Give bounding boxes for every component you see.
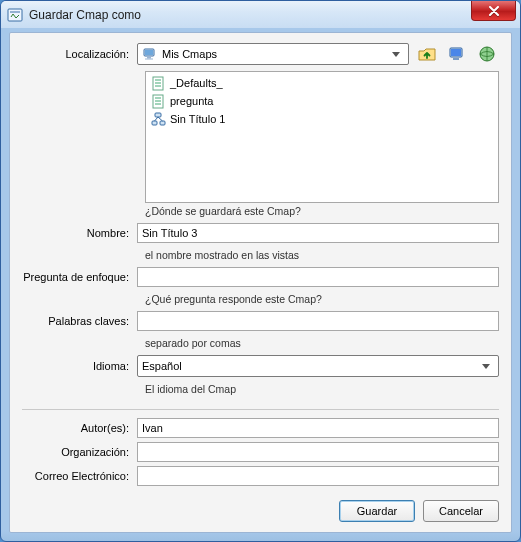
location-label: Localización: — [22, 48, 137, 60]
svg-rect-5 — [145, 59, 153, 60]
section-divider — [22, 409, 499, 410]
list-item[interactable]: pregunta — [148, 92, 496, 110]
location-hint: ¿Dónde se guardará este Cmap? — [145, 205, 499, 217]
up-folder-button[interactable] — [415, 43, 439, 65]
keywords-label: Palabras claves: — [22, 315, 137, 327]
list-item-label: _Defaults_ — [170, 77, 223, 89]
cmap-doc-icon — [150, 75, 166, 91]
titlebar: Guardar Cmap como — [1, 1, 520, 28]
list-item-label: pregunta — [170, 95, 213, 107]
svg-rect-3 — [145, 50, 153, 55]
focus-question-input[interactable] — [137, 267, 499, 287]
authors-label: Autor(es): — [22, 422, 137, 434]
language-label: Idioma: — [22, 360, 137, 372]
app-icon — [7, 7, 23, 23]
computer-icon — [142, 46, 158, 62]
email-label: Correo Electrónico: — [22, 470, 137, 482]
svg-rect-7 — [451, 49, 461, 56]
organization-label: Organización: — [22, 446, 137, 458]
focus-question-hint: ¿Qué pregunta responde este Cmap? — [145, 293, 499, 305]
name-label: Nombre: — [22, 227, 137, 239]
svg-rect-0 — [8, 9, 22, 21]
cmap-doc-icon — [150, 93, 166, 109]
chevron-down-icon — [478, 356, 494, 376]
save-dialog: Guardar Cmap como Localización: — [0, 0, 521, 542]
keywords-hint: separado por comas — [145, 337, 499, 349]
email-input[interactable] — [137, 466, 499, 486]
network-button[interactable] — [475, 43, 499, 65]
focus-question-label: Pregunta de enfoque: — [22, 271, 137, 283]
cancel-button[interactable]: Cancelar — [423, 500, 499, 522]
window-title: Guardar Cmap como — [29, 8, 141, 22]
name-hint: el nombre mostrado en las vistas — [145, 249, 499, 261]
close-button[interactable] — [471, 1, 516, 21]
svg-rect-14 — [160, 121, 165, 125]
name-input[interactable] — [137, 223, 499, 243]
keywords-input[interactable] — [137, 311, 499, 331]
list-item[interactable]: _Defaults_ — [148, 74, 496, 92]
authors-input[interactable] — [137, 418, 499, 438]
desktop-button[interactable] — [445, 43, 469, 65]
dialog-content: Localización: Mis Cmaps — [9, 32, 512, 533]
organization-input[interactable] — [137, 442, 499, 462]
svg-rect-13 — [152, 121, 157, 125]
file-list[interactable]: _Defaults_ pregunta Sin Título 1 — [145, 71, 499, 203]
cmap-untitled-icon — [150, 111, 166, 127]
svg-rect-4 — [147, 57, 151, 59]
svg-rect-8 — [453, 58, 459, 60]
list-item-label: Sin Título 1 — [170, 113, 225, 125]
svg-rect-12 — [155, 113, 161, 117]
language-hint: El idioma del Cmap — [145, 383, 499, 395]
location-combo[interactable]: Mis Cmaps — [137, 43, 409, 65]
chevron-down-icon — [388, 44, 404, 64]
location-selected: Mis Cmaps — [162, 48, 217, 60]
language-selected: Español — [142, 360, 182, 372]
save-button[interactable]: Guardar — [339, 500, 415, 522]
language-combo[interactable]: Español — [137, 355, 499, 377]
list-item[interactable]: Sin Título 1 — [148, 110, 496, 128]
